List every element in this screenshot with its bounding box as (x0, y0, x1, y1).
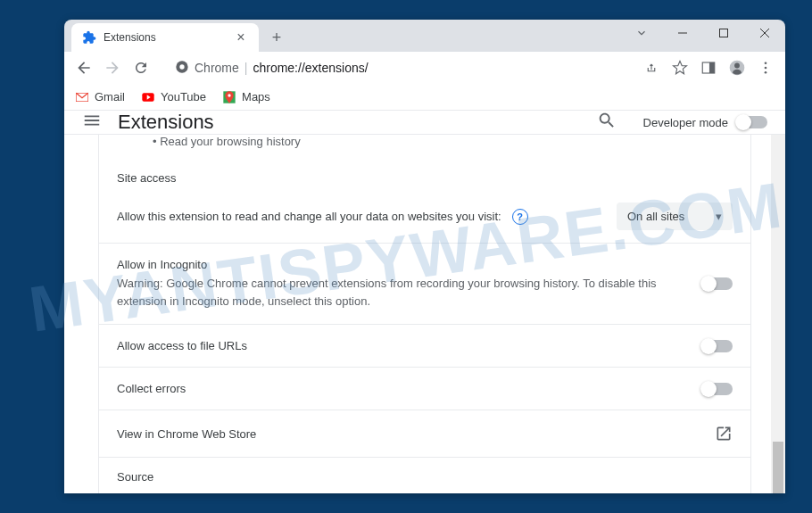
new-tab-button[interactable]: + (264, 25, 289, 50)
scrollbar-thumb[interactable] (773, 442, 783, 493)
file-urls-toggle[interactable] (702, 340, 733, 352)
window-controls (621, 20, 785, 46)
profile-icon[interactable] (725, 55, 750, 80)
bookmark-maps[interactable]: Maps (222, 90, 270, 104)
svg-point-5 (179, 64, 184, 69)
svg-point-16 (228, 94, 230, 96)
dev-mode-toggle[interactable] (737, 116, 767, 128)
titlebar: Extensions × + (64, 20, 785, 52)
url-divider: | (244, 61, 248, 75)
back-button[interactable] (71, 55, 96, 80)
chrome-logo-icon (175, 60, 189, 77)
site-access-row: Allow this extension to read and change … (99, 190, 750, 243)
source-label: Source (117, 470, 733, 484)
toolbar: Chrome | chrome://extensions/ (64, 52, 785, 84)
hamburger-icon[interactable] (82, 111, 102, 134)
reload-button[interactable] (128, 55, 153, 80)
svg-rect-1 (720, 29, 728, 37)
search-icon[interactable] (597, 111, 617, 134)
close-icon[interactable]: × (234, 30, 248, 45)
youtube-icon (141, 90, 155, 104)
collect-errors-toggle[interactable] (702, 383, 733, 395)
file-urls-label: Allow access to file URLs (117, 339, 702, 352)
incognito-toggle[interactable] (702, 277, 733, 290)
bookmarks-bar: Gmail YouTube Maps (64, 84, 785, 111)
collect-errors-label: Collect errors (117, 382, 702, 395)
dropdown-value: On all sites (627, 210, 684, 223)
site-access-description: Allow this extension to read and change … (117, 210, 501, 223)
browser-window: Extensions × + (64, 20, 785, 493)
dev-mode-label: Developer mode (643, 116, 728, 129)
open-external-icon (715, 425, 733, 443)
extension-detail-panel: • Read your browsing history Site access… (98, 135, 751, 493)
web-store-row[interactable]: View in Chrome Web Store (99, 410, 750, 457)
web-store-label: View in Chrome Web Store (117, 427, 715, 441)
forward-button[interactable] (100, 55, 125, 80)
extension-icon (82, 30, 96, 45)
maps-icon (222, 90, 236, 104)
bookmark-gmail[interactable]: Gmail (75, 90, 125, 104)
tab-extensions[interactable]: Extensions × (71, 23, 259, 52)
bookmark-label: Maps (242, 90, 270, 103)
bookmark-youtube[interactable]: YouTube (141, 90, 206, 104)
svg-rect-8 (710, 62, 715, 73)
scroll-body: • Read your browsing history Site access… (64, 135, 785, 493)
share-icon[interactable] (639, 55, 664, 80)
chevron-down-icon: ▾ (716, 210, 722, 223)
tab-search-icon[interactable] (621, 20, 662, 46)
source-row: Source (99, 458, 750, 493)
permission-bullet: • Read your browsing history (99, 135, 750, 159)
svg-point-13 (765, 71, 767, 74)
incognito-description: Warning: Google Chrome cannot prevent ex… (117, 275, 702, 310)
svg-point-12 (765, 67, 767, 70)
developer-mode-section: Developer mode (643, 116, 767, 129)
file-urls-row: Allow access to file URLs (99, 325, 750, 367)
incognito-row: Allow in Incognito Warning: Google Chrom… (99, 244, 750, 324)
gmail-icon (75, 90, 89, 104)
side-panel-icon[interactable] (696, 55, 721, 80)
svg-point-10 (734, 63, 740, 69)
url-text: chrome://extensions/ (253, 61, 368, 75)
scrollbar-track[interactable] (771, 135, 785, 493)
site-access-section-label: Site access (99, 159, 750, 190)
minimize-button[interactable] (662, 20, 703, 46)
help-icon[interactable]: ? (512, 209, 528, 225)
svg-point-11 (765, 62, 767, 64)
page-title: Extensions (118, 111, 214, 134)
bookmark-label: YouTube (161, 90, 206, 103)
bookmark-label: Gmail (95, 90, 125, 103)
address-bar[interactable]: Chrome | chrome://extensions/ (164, 55, 628, 80)
maximize-button[interactable] (703, 20, 744, 46)
page-header: Extensions Developer mode (64, 111, 785, 135)
content-area: Extensions Developer mode • Read your br… (64, 111, 785, 493)
collect-errors-row: Collect errors (99, 368, 750, 410)
close-window-button[interactable] (744, 20, 785, 46)
incognito-label: Allow in Incognito (117, 258, 702, 271)
menu-dots-icon[interactable] (753, 55, 778, 80)
bookmark-star-icon[interactable] (667, 55, 692, 80)
tab-title: Extensions (104, 31, 156, 44)
chrome-label: Chrome (195, 61, 239, 75)
site-access-dropdown[interactable]: On all sites ▾ (617, 203, 733, 230)
